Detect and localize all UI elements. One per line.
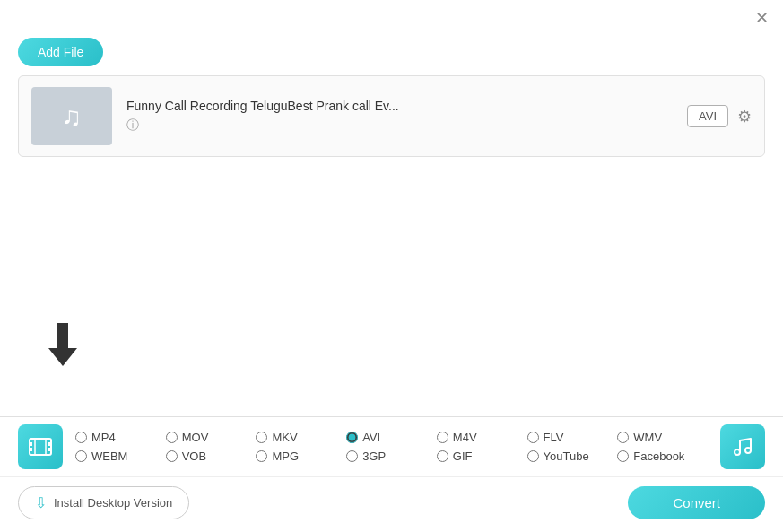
format-option-mp4[interactable]: MP4	[75, 431, 166, 444]
toolbar: Add File	[0, 32, 783, 75]
video-format-icon[interactable]	[18, 424, 63, 469]
arrow-shaft	[57, 323, 68, 348]
file-thumbnail: ♫	[31, 87, 112, 145]
audio-format-icon[interactable]	[720, 424, 765, 469]
format-option-youtube[interactable]: YouTube	[527, 449, 618, 463]
format-option-gif[interactable]: GIF	[437, 449, 527, 463]
file-name: Funny Call Recording TeluguBest Prank ca…	[126, 99, 687, 113]
svg-point-7	[735, 449, 740, 455]
svg-rect-3	[48, 442, 51, 446]
bottom-section: MP4 MOV MKV AVI M4V FLV	[0, 416, 783, 532]
add-file-button[interactable]: Add File	[18, 38, 103, 66]
svg-rect-2	[30, 448, 32, 451]
install-label: Install Desktop Version	[54, 496, 172, 510]
download-icon: ⇩	[35, 494, 47, 511]
svg-rect-4	[48, 448, 51, 451]
format-option-avi[interactable]: AVI	[346, 431, 437, 444]
format-selector: MP4 MOV MKV AVI M4V FLV	[0, 416, 783, 476]
file-list: ♫ Funny Call Recording TeluguBest Prank …	[18, 75, 765, 157]
settings-icon[interactable]: ⚙	[737, 107, 752, 126]
title-bar: ✕	[0, 0, 783, 32]
format-option-vob[interactable]: VOB	[166, 449, 257, 463]
format-option-mov[interactable]: MOV	[166, 431, 257, 444]
format-option-facebook[interactable]: Facebook	[617, 449, 708, 463]
format-option-m4v[interactable]: M4V	[437, 431, 527, 444]
down-arrow-indicator	[45, 323, 81, 368]
format-option-wmv[interactable]: WMV	[617, 431, 708, 444]
svg-point-8	[745, 448, 751, 453]
file-info: Funny Call Recording TeluguBest Prank ca…	[126, 99, 687, 134]
close-button[interactable]: ✕	[753, 9, 770, 27]
file-actions: AVI ⚙	[687, 105, 752, 127]
format-option-flv[interactable]: FLV	[527, 431, 618, 444]
svg-rect-0	[30, 439, 51, 455]
format-option-webm[interactable]: WEBM	[75, 449, 166, 463]
convert-button[interactable]: Convert	[628, 486, 765, 519]
format-option-mkv[interactable]: MKV	[256, 431, 346, 444]
info-icon[interactable]: ⓘ	[126, 118, 139, 132]
install-desktop-button[interactable]: ⇩ Install Desktop Version	[18, 486, 189, 519]
music-icon: ♫	[62, 101, 83, 132]
svg-rect-1	[30, 442, 32, 446]
file-item: ♫ Funny Call Recording TeluguBest Prank …	[19, 76, 764, 156]
format-badge-button[interactable]: AVI	[687, 105, 728, 127]
arrow-head	[48, 348, 77, 366]
footer-bar: ⇩ Install Desktop Version Convert	[0, 476, 783, 532]
radio-grid: MP4 MOV MKV AVI M4V FLV	[72, 422, 711, 472]
format-option-3gp[interactable]: 3GP	[346, 449, 437, 463]
format-option-mpg[interactable]: MPG	[256, 449, 346, 463]
